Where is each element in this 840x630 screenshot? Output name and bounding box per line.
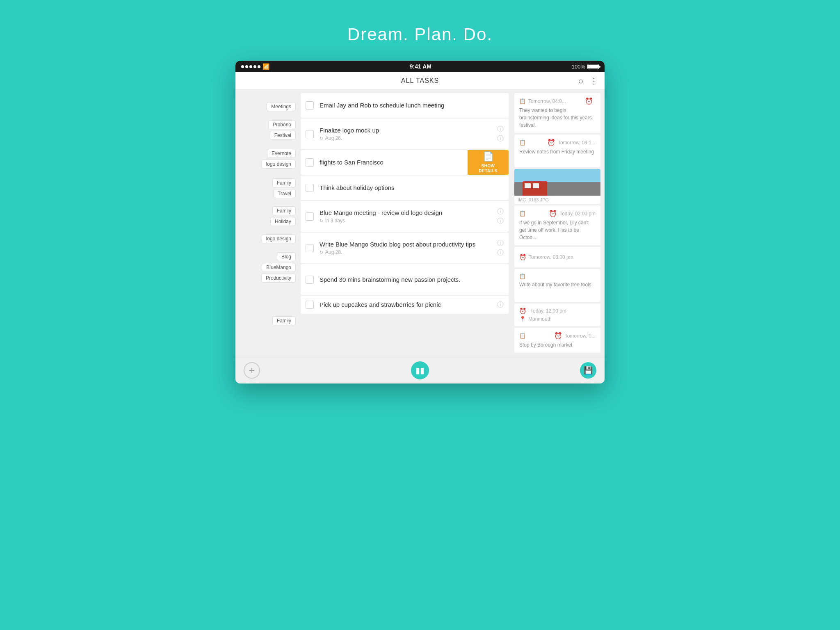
tag-travel[interactable]: Travel	[273, 189, 296, 198]
signal-dot-4	[253, 65, 256, 68]
task-item-1: Email Jay and Rob to schedule lunch meet…	[301, 93, 509, 118]
pause-icon: ▮▮	[415, 365, 425, 375]
tag-family-1[interactable]: Family	[272, 178, 296, 187]
add-task-button[interactable]: +	[244, 362, 260, 379]
note-icon-2: 📋	[519, 139, 526, 146]
tag-family-3[interactable]: Family	[272, 316, 296, 325]
task-content-7: Spend 30 mins brainstorming new passion …	[320, 276, 504, 283]
save-button[interactable]: 💾	[580, 362, 596, 379]
tag-evernote[interactable]: Evernote	[267, 149, 296, 158]
tag-family-2[interactable]: Family	[272, 206, 296, 215]
show-details-button[interactable]: 📄 SHOWDETAILS	[468, 150, 509, 175]
app-tagline: Dream. Plan. Do.	[347, 25, 493, 44]
detail-note-6: Write about my favorite free tools	[519, 281, 596, 288]
tram-window-1	[525, 183, 531, 188]
tag-logo-design-2[interactable]: logo design	[262, 234, 296, 243]
nav-bar: ALL TASKS ⌕ ⋮	[235, 72, 605, 90]
task-due-5: in 3 days	[325, 218, 345, 224]
tram-window-2	[533, 183, 539, 188]
detail-note-8: Stop by Borough market	[519, 341, 596, 349]
detail-time-row-8: 📋 ⏰ Tomorrow, 0...	[519, 332, 596, 340]
task-item-5: Blue Mango meeting - review old logo des…	[301, 201, 509, 232]
detail-card-3: IMG_0163.JPG	[514, 169, 600, 204]
detail-card-7: ⏰ Today, 12:00 pm 📍 Monmouth	[514, 304, 600, 326]
task-checkbox-8[interactable]	[306, 301, 314, 309]
wifi-icon: 📶	[262, 63, 269, 70]
repeat-icon-6: ↻	[320, 250, 323, 255]
tag-blog[interactable]: Blog	[277, 252, 296, 261]
task-content-5: Blue Mango meeting - review old logo des…	[320, 209, 497, 224]
tag-productivity[interactable]: Productivity	[261, 274, 296, 283]
device-frame: 📶 9:41 AM 100% ALL TASKS ⌕ ⋮ Meetings	[235, 61, 605, 383]
alarm-icon-8: ⏰	[554, 332, 562, 340]
task-checkbox-1[interactable]	[306, 101, 314, 110]
task-item-8: Pick up cupcakes and strawberries for pi…	[301, 296, 509, 314]
task-meta-5: ↻ in 3 days	[320, 218, 497, 224]
task-icons-2: ⓘ ⓘ	[497, 125, 504, 143]
signal-dots	[241, 65, 260, 68]
tag-holiday[interactable]: Holiday	[270, 217, 296, 226]
detail-alarm-8: Tomorrow, 0...	[565, 333, 596, 339]
task-content-4: Think about holiday options	[320, 184, 504, 192]
tag-bluemango[interactable]: BlueMango	[262, 263, 296, 272]
info-icon-2a[interactable]: ⓘ	[497, 125, 504, 134]
tag-group-3: Evernote logo design	[239, 149, 296, 169]
task-checkbox-4[interactable]	[306, 184, 314, 192]
battery-bar	[587, 64, 599, 69]
task-checkbox-2[interactable]	[306, 130, 314, 138]
tag-probono[interactable]: Probono	[268, 120, 296, 129]
task-checkbox-5[interactable]	[306, 212, 314, 221]
detail-time-7: Today, 12:00 pm	[530, 308, 566, 314]
tram-body	[523, 181, 547, 196]
task-item-2: Finalize logo mock up ↻ Aug 26. ⓘ ⓘ	[301, 119, 509, 149]
status-bar: 📶 9:41 AM 100%	[235, 61, 605, 72]
detail-note-4: If we go in September, Lily can't get ti…	[519, 219, 596, 241]
task-item-4: Think about holiday options	[301, 176, 509, 200]
task-checkbox-7[interactable]	[306, 276, 314, 284]
note-icon-6: 📋	[519, 273, 526, 279]
alarm-icon-1: ⏰	[585, 97, 593, 105]
info-icon-6b[interactable]: ⓘ	[497, 249, 504, 257]
more-options-icon[interactable]: ⋮	[590, 76, 598, 86]
signal-dot-2	[245, 65, 248, 68]
detail-card-1: 📋 Tomorrow, 04:0... ⏰ They wanted to beg…	[514, 93, 600, 133]
detail-time-1: Tomorrow, 04:0...	[528, 98, 566, 104]
save-icon: 💾	[584, 366, 593, 375]
alarm-icon-5: ⏰	[519, 254, 526, 260]
task-title-2: Finalize logo mock up	[320, 127, 379, 134]
task-title-6: Write Blue Mango Studio blog post about …	[320, 241, 475, 248]
task-checkbox-3[interactable]	[306, 158, 314, 167]
search-icon[interactable]: ⌕	[578, 76, 583, 86]
tag-logo-design-1[interactable]: logo design	[262, 160, 296, 169]
signal-dot-5	[258, 65, 260, 68]
detail-card-8: 📋 ⏰ Tomorrow, 0... Stop by Borough marke…	[514, 328, 600, 353]
task-due-2: Aug 26.	[325, 135, 342, 141]
show-details-label: SHOWDETAILS	[479, 164, 498, 173]
detail-alarm-2: Tomorrow, 09:1...	[558, 140, 596, 146]
info-icon-5b[interactable]: ⓘ	[497, 217, 504, 226]
task-content-2: Finalize logo mock up ↻ Aug 26.	[320, 127, 497, 141]
signal-dot-3	[249, 65, 252, 68]
location-icon-7: 📍	[519, 316, 526, 322]
tag-group-2: Probono Festival	[239, 120, 296, 140]
nav-actions: ⌕ ⋮	[578, 76, 598, 86]
pause-button[interactable]: ▮▮	[411, 361, 429, 379]
task-checkbox-6[interactable]	[306, 244, 314, 252]
task-item-6: Write Blue Mango Studio blog post about …	[301, 233, 509, 263]
tag-meetings[interactable]: Meetings	[267, 102, 296, 111]
info-icon-6a[interactable]: ⓘ	[497, 239, 504, 248]
tram-scene	[514, 169, 600, 196]
task-title-7: Spend 30 mins brainstorming new passion …	[320, 276, 461, 283]
task-title-8: Pick up cupcakes and strawberries for pi…	[320, 301, 441, 308]
tag-festival[interactable]: Festival	[270, 131, 296, 140]
task-icons-5: ⓘ ⓘ	[497, 208, 504, 226]
task-content-6: Write Blue Mango Studio blog post about …	[320, 241, 497, 255]
task-meta-6: ↻ Aug 28.	[320, 249, 497, 255]
task-item-7: Spend 30 mins brainstorming new passion …	[301, 264, 509, 295]
info-icon-2b[interactable]: ⓘ	[497, 135, 504, 143]
status-time: 9:41 AM	[410, 63, 431, 70]
detail-card-2: 📋 ⏰ Tomorrow, 09:1... Review notes from …	[514, 135, 600, 167]
info-icon-8[interactable]: ⓘ	[497, 301, 504, 309]
detail-time-row-1: 📋 Tomorrow, 04:0... ⏰	[519, 97, 596, 105]
info-icon-5a[interactable]: ⓘ	[497, 208, 504, 216]
